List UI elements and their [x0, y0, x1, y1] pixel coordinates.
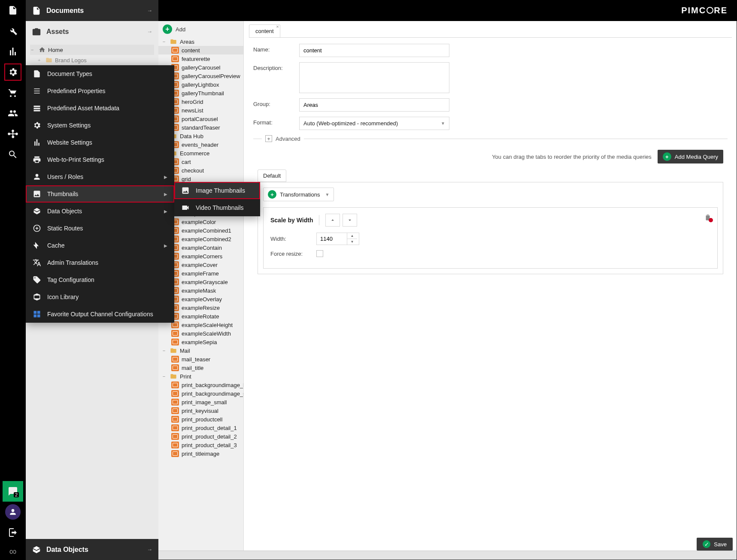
panel-documents[interactable]: Documents →	[26, 0, 158, 21]
tree-brand-logos[interactable]: + Brand Logos	[30, 55, 154, 65]
panel-assets[interactable]: Assets →	[26, 21, 158, 42]
tree-item[interactable]: print_product_detail_1	[158, 424, 243, 432]
menu-admin-translations[interactable]: Admin Translations	[26, 254, 174, 271]
cart-icon[interactable]	[3, 82, 23, 103]
tree-item-label: heroGrid	[182, 99, 203, 105]
collapse-icon[interactable]: −	[161, 374, 167, 379]
network-icon[interactable]	[3, 124, 23, 144]
advanced-label: Advanced	[276, 136, 300, 142]
tree-item[interactable]: print_keyvisual	[158, 406, 243, 415]
image-icon	[171, 364, 179, 371]
image-icon	[171, 399, 179, 406]
wrench-icon[interactable]	[3, 21, 23, 41]
description-label: Description:	[253, 62, 294, 71]
group-input[interactable]	[299, 98, 449, 112]
tree-item[interactable]: featurerette	[158, 54, 243, 63]
tree-item[interactable]: print_product_detail_3	[158, 441, 243, 449]
tree-item-label: exampleOverlay	[182, 296, 222, 303]
search-icon[interactable]	[3, 144, 23, 165]
delete-transformation-button[interactable]	[703, 212, 713, 222]
move-up-button[interactable]	[325, 214, 340, 227]
menu-thumbnails[interactable]: Thumbnails▶	[26, 185, 174, 203]
save-label: Save	[714, 541, 727, 548]
submenu-image-thumbnails[interactable]: Image Thumbnails	[174, 182, 260, 199]
chevron-down-icon: ▼	[441, 121, 445, 126]
left-rail: 2 ∞	[0, 0, 26, 560]
move-down-button[interactable]	[343, 214, 357, 227]
width-input[interactable]: ▲ ▼	[316, 233, 359, 245]
submenu-video-thumbnails[interactable]: Video Thumbnails	[174, 199, 260, 216]
description-input[interactable]	[299, 62, 449, 93]
panel-data-objects[interactable]: Data Objects →	[26, 539, 158, 560]
main-area: Image Thumbnails × + Add −Areascontentfe…	[158, 0, 737, 560]
tree-group-label: Mail	[180, 348, 190, 354]
width-value[interactable]	[317, 233, 347, 245]
image-icon	[171, 407, 179, 414]
logout-icon[interactable]	[3, 522, 23, 543]
add-media-query-button[interactable]: + Add Media Query	[658, 150, 723, 163]
menu-static-routes[interactable]: Static Routes	[26, 220, 174, 237]
infinity-icon[interactable]: ∞	[9, 543, 16, 560]
user-avatar-icon[interactable]	[5, 504, 21, 520]
tree-item[interactable]: mail_teaser	[158, 355, 243, 363]
collapse-icon[interactable]: −	[31, 47, 36, 52]
add-button[interactable]: +	[163, 24, 172, 34]
spinner-up-icon[interactable]: ▲	[347, 233, 357, 239]
tree-item[interactable]: print_product_detail_2	[158, 432, 243, 441]
force-resize-checkbox[interactable]	[316, 250, 323, 257]
tree-group[interactable]: −Print	[158, 372, 243, 381]
tree-item[interactable]: content	[158, 46, 243, 54]
menu-data-objects[interactable]: Data Objects▶	[26, 203, 174, 220]
menu-document-types[interactable]: Document Types	[26, 65, 174, 82]
menu-cache[interactable]: Cache▶	[26, 237, 174, 254]
tree-item-label: print_backgroundimage_small	[182, 390, 243, 397]
menu-website-settings[interactable]: Website Settings	[26, 134, 174, 151]
menu-icon-library[interactable]: Icon Library	[26, 288, 174, 306]
tree-item[interactable]: mail_title	[158, 363, 243, 372]
tree-item[interactable]: print_backgroundimage_large	[158, 381, 243, 389]
tree-item-label: exampleScaleWidth	[182, 330, 231, 337]
tree-item[interactable]: print_backgroundimage_small	[158, 389, 243, 398]
close-icon[interactable]: ×	[276, 24, 279, 29]
tree-group[interactable]: −Areas	[158, 37, 243, 46]
tree-item-label: exampleCover	[182, 262, 218, 268]
tree-item[interactable]: exampleSepia	[158, 338, 243, 346]
settings-icon[interactable]	[3, 62, 23, 82]
tree-item-label: print_product_detail_3	[182, 442, 237, 448]
tree-item-label: mail_teaser	[182, 356, 210, 363]
menu-predefined-properties[interactable]: Predefined Properties	[26, 82, 174, 100]
collapse-icon[interactable]: −	[161, 348, 167, 353]
editor-tab-content[interactable]: content ×	[249, 24, 280, 37]
menu-predefined-asset-metadata[interactable]: Predefined Asset Metadata	[26, 100, 174, 117]
settings-menu: Document Types Predefined Properties Pre…	[26, 65, 174, 323]
menu-favorite-output[interactable]: Favorite Output Channel Configurations	[26, 306, 174, 323]
menu-web-to-print[interactable]: Web-to-Print Settings	[26, 151, 174, 168]
tree-item[interactable]: exampleScaleWidth	[158, 329, 243, 338]
tree-home[interactable]: − Home	[30, 45, 154, 55]
tree-item[interactable]: print_image_small	[158, 398, 243, 406]
tree-item-label: print_backgroundimage_large	[182, 382, 243, 388]
chart-icon[interactable]	[3, 41, 23, 62]
notifications-icon[interactable]: 2	[3, 481, 23, 502]
tree-item[interactable]: print_titleimage	[158, 449, 243, 458]
subtab-default[interactable]: Default	[258, 170, 286, 182]
tree-item-label: print_product_detail_1	[182, 425, 237, 431]
file-icon[interactable]	[3, 0, 23, 21]
menu-system-settings[interactable]: System Settings	[26, 117, 174, 134]
name-input[interactable]	[299, 44, 449, 57]
tree-group[interactable]: −Mail	[158, 346, 243, 355]
tree-group-label: Data Hub	[180, 133, 203, 139]
users-icon[interactable]	[3, 103, 23, 124]
expand-icon[interactable]: +	[38, 58, 43, 63]
save-button[interactable]: ✓ Save	[697, 538, 733, 551]
format-select[interactable]: Auto (Web-optimized - recommended) ▼	[299, 117, 449, 130]
collapse-icon[interactable]: −	[161, 39, 167, 44]
menu-tag-configuration[interactable]: Tag Configuration	[26, 271, 174, 288]
tree-item-label: exampleCombined1	[182, 227, 231, 234]
panel-data-objects-label: Data Objects	[46, 546, 142, 554]
expand-advanced-icon[interactable]: +	[265, 135, 272, 142]
tree-item[interactable]: print_productcell	[158, 415, 243, 424]
menu-users-roles[interactable]: Users / Roles▶	[26, 168, 174, 185]
spinner-down-icon[interactable]: ▼	[347, 239, 357, 245]
transformations-button[interactable]: + Transformations ▼	[263, 188, 334, 201]
